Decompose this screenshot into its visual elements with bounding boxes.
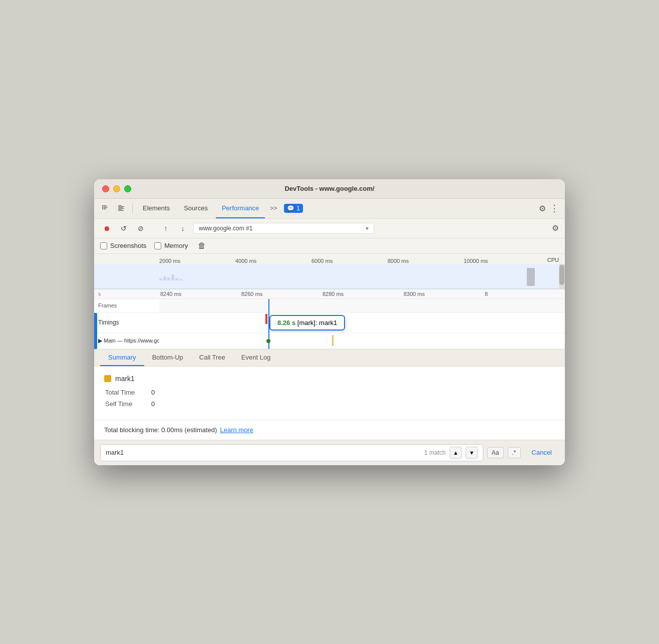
cursor-icon[interactable]	[98, 201, 112, 215]
timings-row: Timings 8.26 s [mark]: mark1	[94, 313, 565, 333]
record-button[interactable]: ⏺	[100, 222, 113, 235]
tooltip-time: 8.26 s	[277, 319, 295, 327]
search-next-button[interactable]: ▼	[466, 447, 478, 459]
tab-event-log[interactable]: Event Log	[233, 350, 279, 366]
regex-button[interactable]: .*	[508, 447, 521, 458]
frames-label: Frames	[94, 302, 159, 308]
cancel-button[interactable]: Cancel	[525, 447, 559, 458]
detail-mark-8-end: 8	[484, 291, 565, 297]
svg-rect-4	[105, 205, 106, 206]
case-sensitive-button[interactable]: Aa	[487, 447, 504, 458]
svg-rect-8	[118, 205, 122, 206]
timeline-overview-section: 2000 ms 4000 ms 6000 ms 8000 ms 10000 ms…	[94, 254, 565, 289]
export-button[interactable]: ↑	[159, 222, 172, 235]
reload-button[interactable]: ↺	[117, 222, 130, 235]
tooltip-mark-label: [mark]: mark1	[297, 319, 337, 327]
svg-rect-5	[104, 207, 108, 207]
devtools-tabs: Elements Sources Performance >> 💬 1 ⚙ ⋮	[94, 199, 565, 219]
import-button[interactable]: ↓	[176, 222, 189, 235]
timings-label: Timings	[94, 319, 159, 326]
svg-rect-1	[102, 207, 103, 208]
inspect-icon[interactable]	[114, 201, 128, 215]
ruler-label-6000: 6000 ms	[311, 258, 388, 264]
main-content[interactable]	[159, 333, 565, 349]
timeline-overview-chart[interactable]	[94, 264, 565, 289]
svg-rect-2	[102, 208, 103, 209]
tab-call-tree[interactable]: Call Tree	[191, 350, 233, 366]
screenshots-label: Screenshots	[110, 242, 146, 249]
self-time-label: Self Time	[105, 400, 145, 408]
summary-content: mark1 Total Time 0 Self Time 0	[94, 367, 565, 420]
url-bar: www.google.com #1 ▾	[193, 223, 374, 234]
tab-elements[interactable]: Elements	[137, 198, 176, 218]
traffic-lights	[102, 185, 131, 192]
url-text: www.google.com #1	[199, 225, 252, 232]
ruler-label-4000: 4000 ms	[235, 258, 311, 264]
timeline-rows: Frames Timings 8.26 s [mark]: mark1	[94, 299, 565, 349]
search-bar: 1 match ▲ ▼ Aa .* Cancel	[94, 440, 565, 465]
memory-label: Memory	[164, 242, 188, 249]
blocking-time-row: Total blocking time: 0.00ms (estimated) …	[94, 420, 565, 440]
tab-overflow[interactable]: >>	[267, 205, 280, 212]
title-bar: DevTools - www.google.com/	[94, 179, 565, 199]
detail-timeline: s 8240 ms 8260 ms 8280 ms 8300 ms 8 Fram…	[94, 289, 565, 350]
summary-color-indicator	[104, 375, 111, 382]
tab-separator	[132, 203, 133, 213]
ruler-label-2000: 2000 ms	[159, 258, 235, 264]
svg-rect-10	[118, 207, 123, 208]
detail-mark-8260: 8260 ms	[240, 291, 321, 297]
summary-item-header: mark1	[104, 375, 555, 383]
search-match-count: 1 match	[424, 449, 446, 456]
screenshots-checkbox[interactable]: Screenshots	[100, 242, 146, 249]
self-time-row: Self Time 0	[104, 400, 555, 408]
perf-toolbar: ⏺ ↺ ⊘ ↑ ↓ www.google.com #1 ▾ ⚙	[94, 219, 565, 238]
svg-rect-13	[118, 210, 124, 211]
gear-icon[interactable]: ⚙	[539, 204, 546, 213]
memory-input[interactable]	[154, 242, 161, 249]
devtools-window: DevTools - www.google.com/	[94, 179, 565, 465]
detail-mark-8300: 8300 ms	[403, 291, 484, 297]
minimize-button[interactable]	[113, 185, 120, 192]
tab-summary[interactable]: Summary	[100, 350, 144, 366]
detail-ruler-left-s: s	[94, 291, 159, 297]
search-prev-button[interactable]: ▲	[450, 447, 462, 459]
tooltip-bubble: 8.26 s [mark]: mark1	[269, 315, 345, 331]
delete-profile-button[interactable]: 🗑	[198, 241, 206, 250]
more-icon[interactable]: ⋮	[548, 203, 561, 214]
detail-ruler: s 8240 ms 8260 ms 8280 ms 8300 ms 8	[94, 289, 565, 299]
timings-content[interactable]: 8.26 s [mark]: mark1	[159, 313, 565, 333]
badge-count: 1	[296, 205, 300, 212]
clear-button[interactable]: ⊘	[134, 222, 147, 235]
close-button[interactable]	[102, 185, 109, 192]
detail-ruler-marks: 8240 ms 8260 ms 8280 ms 8300 ms 8	[159, 291, 565, 297]
tab-bottom-up[interactable]: Bottom-Up	[144, 350, 191, 366]
url-dropdown-arrow[interactable]: ▾	[366, 225, 369, 232]
main-bar-fragment	[332, 335, 334, 346]
total-time-value: 0	[151, 389, 155, 396]
memory-checkbox[interactable]: Memory	[154, 242, 188, 249]
tab-sources[interactable]: Sources	[178, 198, 214, 218]
svg-rect-12	[118, 209, 122, 210]
badge-icon: 💬	[287, 205, 294, 212]
tab-performance[interactable]: Performance	[216, 198, 265, 218]
svg-rect-7	[104, 209, 106, 209]
frames-content[interactable]	[159, 299, 565, 312]
svg-rect-6	[104, 208, 107, 208]
ruler-label-10000: 10000 ms	[464, 258, 540, 264]
detail-mark-8280: 8280 ms	[321, 291, 403, 297]
maximize-button[interactable]	[124, 185, 131, 192]
svg-rect-3	[104, 205, 105, 206]
window-title: DevTools - www.google.com/	[284, 185, 374, 192]
notification-badge[interactable]: 💬 1	[284, 204, 303, 213]
learn-more-link[interactable]: Learn more	[220, 426, 253, 434]
search-input-wrap: 1 match ▲ ▼	[100, 444, 483, 461]
timing-mark-indicator	[265, 314, 267, 324]
screenshots-input[interactable]	[100, 242, 107, 249]
bottom-panel: Summary Bottom-Up Call Tree Event Log ma…	[94, 350, 565, 465]
capture-settings-icon[interactable]: ⚙	[552, 223, 559, 233]
summary-item-name-text: mark1	[115, 375, 135, 383]
search-input[interactable]	[106, 449, 420, 456]
total-time-label: Total Time	[105, 389, 145, 396]
frames-row: Frames	[94, 299, 565, 313]
selection-indicator	[94, 313, 97, 349]
